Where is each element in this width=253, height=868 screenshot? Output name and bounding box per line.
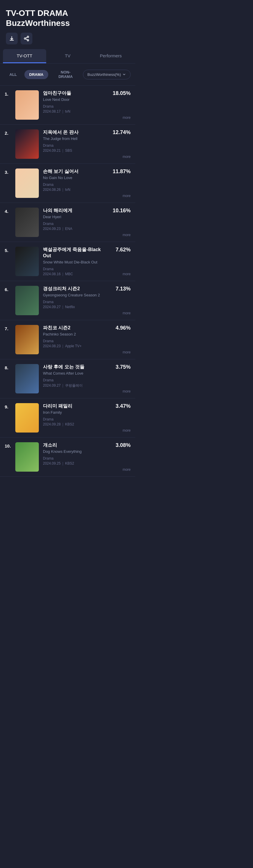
buzz-percentage: 7.13% [116,286,131,292]
title-english: Dog Knows Everything [43,449,103,454]
separator: | [62,149,63,153]
rank-number: 2. [5,130,11,159]
network: KBS2 [65,422,74,426]
item-meta: 2024.08.17 | tvN [43,110,103,114]
title-english: Gyeongseong Creature Season 2 [43,293,103,298]
network: tvN [65,188,70,192]
item-meta: 2024.08.16 | MBC [43,272,103,276]
buzz-percentage: 3.75% [116,364,131,370]
thumbnail [15,364,39,394]
network: KBS2 [65,461,74,465]
rank-number: 6. [5,287,11,315]
title-korean: 손해 보기 싫어서 [43,168,103,175]
filter-non-drama[interactable]: NON-DRAMA [51,68,80,81]
more-button[interactable]: more [123,350,131,354]
more-button[interactable]: more [123,272,131,276]
air-date: 2024.09.27 [43,305,61,309]
air-date: 2024.08.26 [43,188,61,192]
svg-point-1 [24,38,26,39]
more-button[interactable]: more [123,428,131,433]
share-button[interactable] [21,33,32,44]
tab-performers[interactable]: Performers [89,49,132,63]
filter-all[interactable]: ALL [5,70,22,79]
svg-line-4 [26,37,27,38]
rank-number: 9. [5,404,11,433]
title-english: Dear Hyeri [43,215,103,220]
separator: | [62,272,63,276]
genre-label: Drama [43,300,103,304]
item-meta: 2024.09.23 | ENA [43,227,103,231]
thumbnail [15,129,39,159]
item-info: 지옥에서 온 판사 The Judge from Hell Drama 2024… [43,129,103,159]
title-english: What Comes After Love [43,371,103,376]
item-info: 엄마친구아들 Love Next Door Drama 2024.08.17 |… [43,90,103,120]
thumbnail [15,168,39,198]
air-date: 2024.09.27 [43,383,61,388]
item-info: 나의 해리에게 Dear Hyeri Drama 2024.09.23 | EN… [43,208,103,237]
filter-drama[interactable]: DRAMA [24,70,48,79]
thumbnail [15,403,39,433]
genre-label: Drama [43,417,103,421]
title-korean: 사랑 후에 오는 것들 [43,364,103,370]
header: TV-OTT DRAMA BuzzWorthiness [0,0,135,49]
genre-label: Drama [43,222,103,226]
item-right: 3.75% more [107,364,131,394]
network: Netflix [65,305,75,309]
filter-bar: ALL DRAMA NON-DRAMA BuzzWorthiness(%) [0,63,135,86]
more-button[interactable]: more [123,311,131,315]
network: MBC [65,272,73,276]
item-meta: 2024.09.27 | 쿠팡플레이 [43,383,103,388]
title-korean: 개소리 [43,442,103,448]
title-korean: 엄마친구아들 [43,90,103,96]
list-item: 7. 파친코 시즌2 Pachinko Season 2 Drama 2024.… [0,320,135,359]
genre-label: Drama [43,456,103,461]
air-date: 2024.08.16 [43,272,61,276]
title-korean: 백설공주에게 죽음을-Black Out [43,247,103,259]
more-button[interactable]: more [123,155,131,159]
page-title: TV-OTT DRAMA BuzzWorthiness [6,8,130,28]
svg-line-3 [26,39,27,40]
title-english: Iron Family [43,410,103,415]
list-item: 3. 손해 보기 싫어서 No Gain No Love Drama 2024.… [0,164,135,203]
tab-tv[interactable]: TV [46,49,89,63]
more-button[interactable]: more [123,389,131,394]
genre-label: Drama [43,339,103,343]
share-icon [24,36,29,41]
thumbnail [15,208,39,237]
rank-number: 8. [5,365,11,394]
list-item: 6. 경성크리처 시즌2 Gyeongseong Creature Season… [0,281,135,320]
header-actions [6,33,130,44]
rank-number: 5. [5,248,11,276]
more-button[interactable]: more [123,233,131,237]
separator: | [62,461,63,465]
item-meta: 2024.09.27 | Netflix [43,305,103,309]
item-meta: 2024.09.21 | SBS [43,149,103,153]
separator: | [62,344,63,348]
tab-tv-ott[interactable]: TV-OTT [3,49,46,63]
item-info: 손해 보기 싫어서 No Gain No Love Drama 2024.08.… [43,168,103,198]
genre-label: Drama [43,104,103,108]
genre-label: Drama [43,267,103,271]
item-right: 12.74% more [107,129,131,159]
item-right: 3.08% more [107,442,131,472]
rank-number: 4. [5,209,11,237]
buzz-percentage: 4.96% [116,325,131,331]
more-button[interactable]: more [123,467,131,472]
sort-button[interactable]: BuzzWorthiness(%) [83,70,131,80]
item-right: 4.96% more [107,325,131,354]
item-info: 백설공주에게 죽음을-Black Out Snow White Must Die… [43,247,103,276]
item-info: 경성크리처 시즌2 Gyeongseong Creature Season 2 … [43,286,103,315]
title-korean: 경성크리처 시즌2 [43,286,103,292]
more-button[interactable]: more [123,116,131,120]
more-button[interactable]: more [123,194,131,198]
title-english: Pachinko Season 2 [43,332,103,337]
thumbnail [15,90,39,120]
network: Apple TV+ [65,344,82,348]
item-info: 다리미 패밀리 Iron Family Drama 2024.09.28 | K… [43,403,103,433]
title-korean: 나의 해리에게 [43,208,103,214]
item-meta: 2024.08.23 | Apple TV+ [43,344,103,348]
network: 쿠팡플레이 [65,383,83,388]
title-english: Snow White Must Die-Black Out [43,260,103,265]
download-button[interactable] [6,33,18,44]
thumbnail [15,325,39,354]
